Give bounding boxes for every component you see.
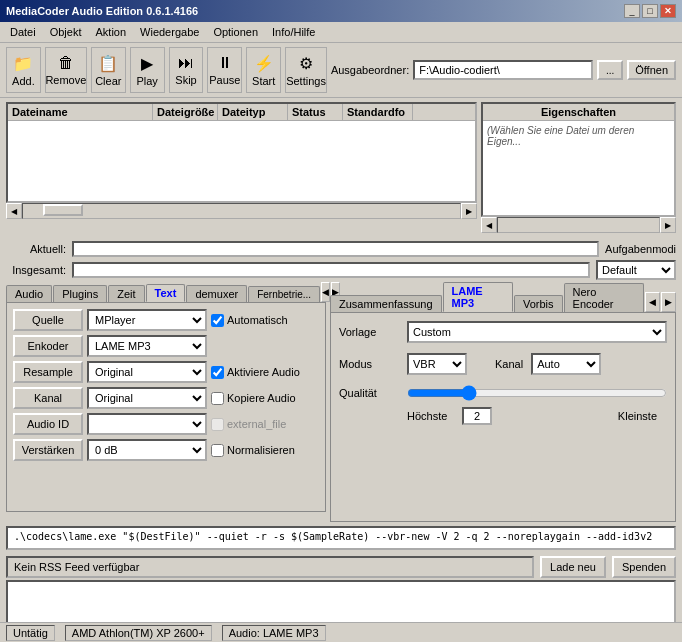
title-bar: MediaCoder Audio Edition 0.6.1.4166 _ □ …: [0, 0, 682, 22]
skip-label: Skip: [175, 74, 196, 86]
enkoder-button[interactable]: Enkoder: [13, 335, 83, 357]
tab-vorbis[interactable]: Vorbis: [514, 295, 563, 312]
tab-lame-mp3[interactable]: LAME MP3: [443, 282, 513, 312]
scroll-left-arrow[interactable]: ◀: [6, 203, 22, 219]
tab-audio[interactable]: Audio: [6, 285, 52, 302]
props-scroll-track[interactable]: [497, 217, 660, 233]
modus-select[interactable]: VBR: [407, 353, 467, 375]
quality-slider[interactable]: [407, 385, 667, 401]
left-tabs: Audio Plugins Zeit Text demuxer Fernbetr…: [6, 282, 326, 522]
aufgaben-label: Aufgabenmodi: [605, 243, 676, 255]
kanal-button[interactable]: Kanal: [13, 387, 83, 409]
menu-bar: Datei Objekt Aktion Wiedergabe Optionen …: [0, 22, 682, 43]
menu-optionen[interactable]: Optionen: [207, 24, 264, 40]
external-file-checkbox-label[interactable]: external_file: [211, 418, 286, 431]
output-folder-input[interactable]: [413, 60, 593, 80]
properties-content: (Wählen Sie eine Datei um deren Eigen...: [483, 121, 674, 215]
tab-text[interactable]: Text: [146, 284, 186, 302]
add-label: Add.: [12, 75, 35, 87]
info-rows: Aktuell: Aufgabenmodi Insgesamt: Default: [0, 237, 682, 282]
output-browse-button[interactable]: ...: [597, 60, 623, 80]
start-button[interactable]: ⚡ Start: [246, 47, 281, 93]
quelle-select[interactable]: MPlayer: [87, 309, 207, 331]
donate-button[interactable]: Spenden: [612, 556, 676, 578]
kanal-right-label: Kanal: [495, 358, 523, 370]
clear-button[interactable]: 📋 Clear: [91, 47, 126, 93]
scroll-thumb[interactable]: [43, 204, 83, 216]
maximize-button[interactable]: □: [642, 4, 658, 18]
file-list-scrollbar[interactable]: ◀ ▶: [6, 203, 477, 219]
external-file-label: external_file: [227, 418, 286, 430]
aktiviere-checkbox-label[interactable]: Aktiviere Audio: [211, 366, 300, 379]
aufgaben-select[interactable]: Default: [596, 260, 676, 280]
kanal-select[interactable]: Original: [87, 387, 207, 409]
normalisieren-checkbox-label[interactable]: Normalisieren: [211, 444, 295, 457]
col-status[interactable]: Status: [288, 104, 343, 120]
menu-info[interactable]: Info/Hilfe: [266, 24, 321, 40]
kopiere-checkbox[interactable]: [211, 392, 224, 405]
external-file-checkbox[interactable]: [211, 418, 224, 431]
props-scrollbar[interactable]: ◀ ▶: [481, 217, 676, 233]
resample-select[interactable]: Original: [87, 361, 207, 383]
pause-button[interactable]: ⏸ Pause: [207, 47, 242, 93]
rss-area: Kein RSS Feed verfügbar Lade neu Spenden: [0, 554, 682, 580]
right-tab-next[interactable]: ▶: [661, 292, 676, 312]
tab-plugins[interactable]: Plugins: [53, 285, 107, 302]
kleinste-label: Kleinste: [618, 410, 667, 422]
scroll-up-arrow[interactable]: ◀: [481, 217, 497, 233]
scroll-right-arrow[interactable]: ▶: [461, 203, 477, 219]
normalisieren-checkbox[interactable]: [211, 444, 224, 457]
audio-id-button[interactable]: Audio ID: [13, 413, 83, 435]
vorlage-select[interactable]: Custom: [407, 321, 667, 343]
verstaerken-button[interactable]: Verstärken: [13, 439, 83, 461]
quelle-button[interactable]: Quelle: [13, 309, 83, 331]
tab-zusammenfassung[interactable]: Zusammenfassung: [330, 295, 442, 312]
settings-icon: ⚙: [299, 54, 313, 73]
normalisieren-label: Normalisieren: [227, 444, 295, 456]
main-panel: Dateiname Dateigröße Dateityp Status Sta…: [0, 98, 682, 237]
col-filesize[interactable]: Dateigröße: [153, 104, 218, 120]
remove-button[interactable]: 🗑 Remove: [45, 47, 87, 93]
kanal-right-select[interactable]: Auto: [531, 353, 601, 375]
tab-demuxer[interactable]: demuxer: [186, 285, 247, 302]
play-icon: ▶: [141, 54, 153, 73]
qualitaet-label: Qualität: [339, 387, 399, 399]
play-button[interactable]: ▶ Play: [130, 47, 165, 93]
file-table-body[interactable]: [8, 121, 475, 201]
right-tab-prev[interactable]: ◀: [645, 292, 660, 312]
automatisch-checkbox-label[interactable]: Automatisch: [211, 314, 288, 327]
kanal-row: Kanal Original Kopiere Audio: [13, 387, 319, 409]
resample-button[interactable]: Resample: [13, 361, 83, 383]
automatisch-checkbox[interactable]: [211, 314, 224, 327]
tab-zeit[interactable]: Zeit: [108, 285, 144, 302]
start-label: Start: [252, 75, 275, 87]
menu-datei[interactable]: Datei: [4, 24, 42, 40]
skip-button[interactable]: ⏭ Skip: [169, 47, 204, 93]
verstaerken-select[interactable]: 0 dB: [87, 439, 207, 461]
menu-objekt[interactable]: Objekt: [44, 24, 88, 40]
reload-button[interactable]: Lade neu: [540, 556, 606, 578]
enkoder-select[interactable]: LAME MP3: [87, 335, 207, 357]
add-button[interactable]: 📁 Add.: [6, 47, 41, 93]
enkoder-row: Enkoder LAME MP3: [13, 335, 319, 357]
quality-value-row: Höchste 2 Kleinste: [339, 407, 667, 425]
kopiere-checkbox-label[interactable]: Kopiere Audio: [211, 392, 296, 405]
left-tab-prev[interactable]: ◀: [321, 282, 330, 302]
audio-id-select[interactable]: [87, 413, 207, 435]
settings-button[interactable]: ⚙ Settings: [285, 47, 327, 93]
menu-wiedergabe[interactable]: Wiedergabe: [134, 24, 205, 40]
skip-icon: ⏭: [178, 54, 194, 72]
close-button[interactable]: ✕: [660, 4, 676, 18]
col-standard[interactable]: Standardfo: [343, 104, 413, 120]
aktiviere-checkbox[interactable]: [211, 366, 224, 379]
tab-nero-encoder[interactable]: Nero Encoder: [564, 283, 645, 312]
minimize-button[interactable]: _: [624, 4, 640, 18]
output-open-button[interactable]: Öffnen: [627, 60, 676, 80]
col-filename[interactable]: Dateiname: [8, 104, 153, 120]
total-progress-bar: [72, 262, 590, 278]
col-filetype[interactable]: Dateityp: [218, 104, 288, 120]
menu-aktion[interactable]: Aktion: [89, 24, 132, 40]
scroll-down-arrow[interactable]: ▶: [660, 217, 676, 233]
tab-fernbetrie[interactable]: Fernbetrie...: [248, 286, 320, 302]
scroll-track[interactable]: [22, 203, 461, 219]
